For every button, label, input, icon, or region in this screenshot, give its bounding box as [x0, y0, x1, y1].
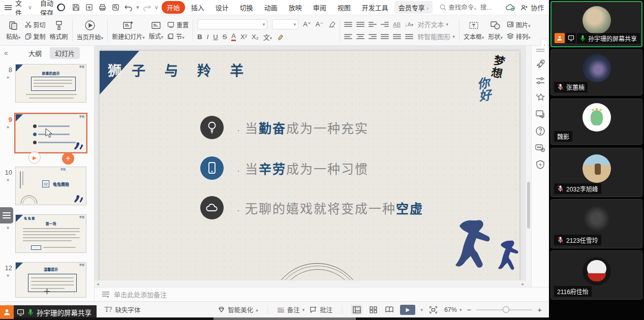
align-center-icon[interactable] — [356, 33, 364, 40]
print-preview-icon[interactable] — [110, 2, 121, 13]
undo-icon[interactable] — [123, 2, 134, 13]
zoom-in-button[interactable]: + — [537, 305, 542, 314]
tab-outline[interactable]: 大纲 — [23, 47, 47, 59]
decrease-font-button[interactable]: A⁻ — [316, 20, 324, 28]
autosave-toggle[interactable] — [57, 4, 65, 11]
file-menu-chevron-icon[interactable]: ∨ — [28, 4, 32, 11]
add-slide-button[interactable]: + — [0, 285, 94, 298]
font-color-button[interactable]: A — [231, 32, 236, 41]
text-box-button[interactable]: 文本框▾ — [464, 20, 484, 41]
reading-view-button[interactable] — [384, 305, 395, 315]
comments-button[interactable]: 批注 — [310, 305, 332, 314]
distribute-icon[interactable] — [393, 33, 401, 40]
normal-view-button[interactable] — [351, 305, 362, 315]
cut-button[interactable]: 剪切 — [25, 20, 46, 29]
strike-button[interactable]: S — [223, 33, 227, 41]
font-size-select[interactable]: ▾ — [272, 19, 298, 29]
undo-caret-icon[interactable]: ▾ — [136, 4, 139, 11]
notes-placeholder[interactable]: 单击此处添加备注 — [114, 290, 167, 299]
shapes-button[interactable]: 形状▾ — [488, 20, 503, 41]
tab-review[interactable]: 审阅 — [308, 1, 331, 14]
justify-icon[interactable] — [381, 33, 389, 40]
play-options-icon[interactable]: ▾ — [420, 307, 423, 312]
smart-beautify-button[interactable]: 智能美化 ▴ — [218, 305, 258, 314]
export-icon[interactable] — [83, 2, 95, 13]
text-direction-button[interactable]: ↓A▾ — [405, 21, 413, 27]
pinyin-guide-button[interactable]: 文▾ — [263, 32, 272, 42]
save-icon[interactable] — [70, 2, 81, 13]
increase-font-button[interactable]: A⁺ — [303, 20, 311, 28]
fit-slide-button[interactable] — [428, 305, 439, 315]
zoom-slider-knob[interactable] — [503, 306, 509, 313]
rocket-icon[interactable] — [535, 59, 545, 69]
numbered-list-icon[interactable] — [356, 21, 364, 28]
align-right-icon[interactable] — [369, 33, 377, 40]
underline-button[interactable]: U — [213, 33, 218, 41]
clear-format-icon[interactable] — [328, 21, 335, 27]
tab-home[interactable]: 开始 — [162, 1, 185, 14]
char-spacing-button[interactable]: AB — [393, 21, 401, 27]
feedback-robot-icon[interactable] — [535, 143, 546, 152]
bold-button[interactable]: B — [197, 33, 202, 41]
scrollbar-thumb[interactable] — [527, 182, 530, 229]
command-search[interactable] — [440, 4, 504, 11]
thumbnail-play-button[interactable]: ▶ — [28, 151, 41, 164]
format-painter-button[interactable]: 格式刷 — [50, 20, 68, 41]
new-slide-button[interactable]: 新建幻灯片▾ — [112, 20, 145, 41]
settings-sliders-icon[interactable] — [535, 76, 545, 85]
notes-toggle-button[interactable]: 备注 ▾ — [277, 305, 305, 314]
print-icon[interactable] — [97, 2, 108, 13]
align-left-icon[interactable] — [344, 33, 352, 40]
tab-transition[interactable]: 切换 — [235, 1, 258, 14]
scroll-left-icon[interactable]: ◂ — [97, 281, 99, 286]
participant-tile[interactable]: 2123任雪玲 — [550, 199, 642, 248]
missing-fonts-button[interactable]: 缺失字体 — [115, 305, 140, 314]
participant-tile[interactable]: 2032李旭峰 — [550, 148, 642, 197]
slide-thumbnail-9-selected[interactable]: 9 ★ 梦想 ▶ + — [0, 114, 95, 161]
panel-list-tag[interactable] — [0, 207, 13, 223]
superscript-button[interactable]: X² — [240, 33, 247, 41]
highlight-icon[interactable] — [277, 34, 284, 40]
help-icon[interactable] — [535, 126, 545, 136]
tab-member[interactable]: 会员专享 › — [394, 1, 433, 14]
slide-sorter-view-button[interactable] — [367, 305, 379, 315]
tab-design[interactable]: 设计 — [210, 1, 234, 14]
tab-slides[interactable]: 幻灯片 — [50, 47, 80, 59]
tab-animation[interactable]: 动画 — [259, 1, 283, 14]
thumbnail-add-button[interactable]: + — [62, 152, 74, 165]
subscript-button[interactable]: X₂ — [252, 33, 259, 41]
play-from-current-button[interactable]: 当页开始▾ — [77, 20, 104, 41]
bullet-list-icon[interactable] — [344, 21, 352, 28]
line-spacing-icon[interactable] — [405, 33, 413, 40]
to-smartart-button[interactable]: 转智能图形▾ — [417, 31, 455, 41]
redo-icon[interactable] — [141, 2, 152, 13]
tab-view[interactable]: 视图 — [332, 1, 356, 14]
tab-slideshow[interactable]: 放映 — [284, 1, 307, 14]
participant-tile-presenter[interactable]: 孙宇珊的屏幕共享 — [550, 1, 642, 47]
scroll-right-icon[interactable]: ▸ — [522, 281, 524, 286]
copy-button[interactable]: 复制 — [25, 32, 46, 41]
arrange-button[interactable]: 排列▾ — [507, 32, 531, 41]
tab-devtools[interactable]: 开发工具 — [357, 1, 393, 14]
reset-button[interactable]: 重置 — [167, 20, 189, 29]
slideshow-play-button[interactable]: ▶ — [400, 305, 415, 315]
slide-canvas[interactable]: 狮子 与 羚 羊 梦想 你好 ·当勤奋成为一种充实 ·当辛劳成为一种习惯 — [95, 46, 526, 287]
strip-drag-handle[interactable] — [536, 49, 544, 52]
participant-tile[interactable]: 魏影 — [550, 99, 642, 145]
duplicate-window-icon[interactable] — [535, 110, 545, 119]
zoom-slider[interactable] — [476, 309, 532, 310]
picture-button[interactable]: 图片▾ — [507, 20, 531, 29]
vertical-scrollbar[interactable] — [526, 46, 531, 287]
paste-button[interactable]: 粘贴▾ — [6, 20, 21, 41]
layout-button[interactable]: 版式▾ — [149, 21, 164, 40]
notes-bar[interactable]: 单击此处添加备注 — [95, 287, 549, 301]
horizontal-scrollbar[interactable]: ◂ ▸ — [95, 280, 526, 287]
section-button[interactable]: 节▾ — [167, 32, 189, 41]
participant-tile[interactable]: 2116府佳怡 — [550, 250, 642, 300]
screen-share-overlay[interactable]: 孙宇珊的屏幕共享 — [0, 305, 97, 319]
slide-thumbnail-8[interactable]: 8 ★ 梦想 故事的启示 — [0, 64, 95, 108]
search-input[interactable] — [448, 4, 504, 11]
panel-collapse-button[interactable]: « — [4, 49, 8, 57]
italic-button[interactable]: I — [207, 33, 209, 41]
font-family-select[interactable]: ▾ — [197, 19, 267, 29]
